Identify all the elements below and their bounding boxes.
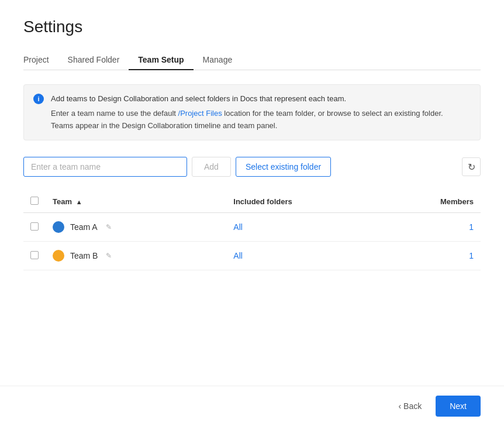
page-container: Settings Project Shared Folder Team Setu…: [0, 0, 504, 270]
info-banner-text: Add teams to Design Collaboration and se…: [51, 93, 443, 132]
team-a-folders-cell: All: [226, 213, 407, 242]
table-body: Team A ✎ All 1: [23, 213, 481, 270]
sort-arrow-icon: ▲: [76, 198, 82, 205]
footer: ‹ Back Next: [0, 386, 504, 426]
header-team: Team ▲: [46, 191, 226, 213]
team-a-folders-link[interactable]: All: [233, 222, 243, 232]
team-a-dot: [53, 221, 64, 233]
team-a-name: Team A: [70, 222, 98, 232]
team-b-members-count: 1: [469, 251, 474, 260]
info-banner: i Add teams to Design Collaboration and …: [23, 84, 481, 140]
team-b-cell: Team B ✎: [46, 242, 226, 270]
team-a-cell: Team A ✎: [46, 213, 226, 242]
header-members: Members: [408, 191, 481, 213]
header-folders: Included folders: [226, 191, 407, 213]
team-b-edit-icon[interactable]: ✎: [106, 252, 112, 260]
input-row: Add Select existing folder ↻: [23, 157, 481, 177]
team-b-members-cell: 1: [408, 242, 481, 270]
tabs-nav: Project Shared Folder Team Setup Manage: [23, 50, 481, 70]
info-line2-suffix: location for the team folder, or browse …: [222, 109, 443, 118]
table-header-row: Team ▲ Included folders Members: [23, 191, 481, 213]
header-checkbox[interactable]: [30, 197, 39, 205]
info-line2: Enter a team name to use the default /Pr…: [51, 108, 443, 132]
info-line2-prefix: Enter a team name to use the default: [51, 109, 178, 118]
tab-team-setup[interactable]: Team Setup: [129, 50, 193, 70]
tab-manage[interactable]: Manage: [194, 50, 242, 70]
project-files-link[interactable]: /Project Files: [178, 109, 222, 118]
select-existing-folder-button[interactable]: Select existing folder: [236, 157, 331, 177]
team-b-dot: [53, 250, 64, 262]
team-a-members-count: 1: [469, 222, 474, 232]
content-area: i Add teams to Design Collaboration and …: [23, 70, 481, 270]
tab-project[interactable]: Project: [23, 50, 58, 70]
page-title: Settings: [23, 18, 481, 36]
teams-table: Team ▲ Included folders Members: [23, 191, 481, 270]
header-checkbox-cell: [23, 191, 46, 213]
team-b-folders-link[interactable]: All: [233, 251, 243, 260]
row-checkbox-team-b[interactable]: [30, 251, 39, 259]
tab-shared-folder[interactable]: Shared Folder: [58, 50, 129, 70]
row-checkbox-cell: [23, 242, 46, 270]
info-line3: Teams appear in the Design Collaboration…: [51, 121, 277, 130]
refresh-icon: ↻: [468, 162, 475, 173]
refresh-button[interactable]: ↻: [462, 157, 481, 176]
back-button[interactable]: ‹ Back: [389, 396, 431, 417]
info-line1: Add teams to Design Collaboration and se…: [51, 93, 443, 105]
table-row: Team B ✎ All 1: [23, 242, 481, 270]
add-button[interactable]: Add: [192, 157, 231, 177]
team-name-input[interactable]: [23, 157, 187, 177]
table-row: Team A ✎ All 1: [23, 213, 481, 242]
team-a-members-cell: 1: [408, 213, 481, 242]
team-a-edit-icon[interactable]: ✎: [106, 223, 112, 231]
info-icon-wrapper: i: [33, 94, 44, 132]
team-b-folders-cell: All: [226, 242, 407, 270]
info-icon: i: [33, 94, 44, 104]
row-checkbox-cell: [23, 213, 46, 242]
next-button[interactable]: Next: [436, 396, 481, 417]
team-b-name: Team B: [70, 251, 98, 260]
chevron-left-icon: ‹: [398, 401, 401, 411]
row-checkbox-team-a[interactable]: [30, 222, 39, 231]
